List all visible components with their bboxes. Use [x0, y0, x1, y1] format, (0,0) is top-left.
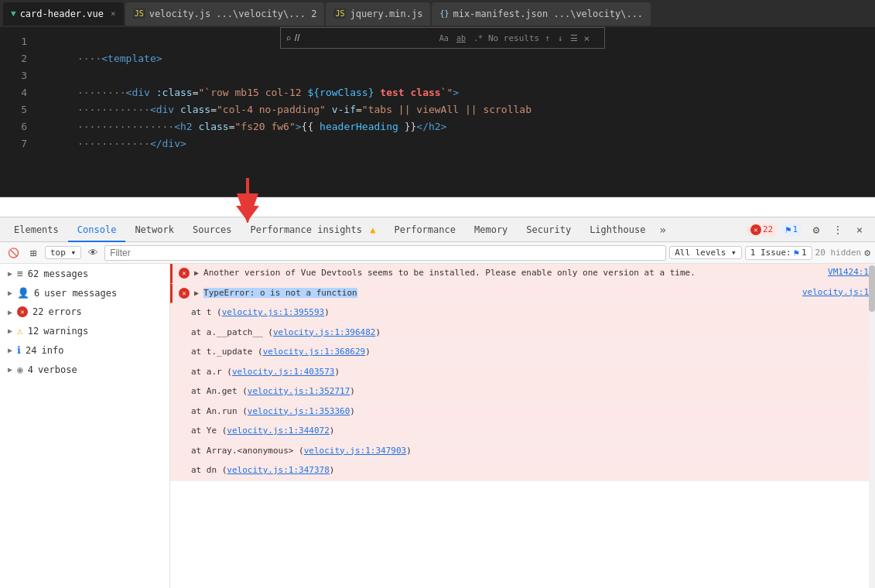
devtools-tab-bar: Elements Console Network Sources Perform…	[0, 217, 875, 242]
expand-msg-1[interactable]: ▶	[194, 268, 199, 277]
collapse-btn[interactable]: ⊞	[25, 244, 42, 262]
svg-marker-2	[236, 206, 259, 221]
sidebar-item-all-messages[interactable]: ▶ ≡ 62 messages	[0, 264, 169, 283]
scrollbar-track[interactable]	[869, 264, 875, 588]
console-toolbar: 🚫 ⊞ top ▾ 👁 All levels ▾ 1 Issue: ⚑ 1 20…	[0, 242, 875, 264]
user-messages-count: 6	[34, 288, 39, 299]
tab-network[interactable]: Network	[125, 217, 183, 242]
tab-velocity-js[interactable]: JS velocity.js ...\velocity\... 2	[125, 2, 325, 26]
tab-elements[interactable]: Elements	[5, 217, 68, 242]
stack-trace-6: at An.run (velocity.js:1:353360)	[170, 402, 875, 422]
warnings-label: warnings	[43, 326, 88, 337]
search-no-results: No results	[488, 33, 539, 43]
tab-memory[interactable]: Memory	[465, 217, 517, 242]
stack-link-3[interactable]: velocity.js:1:368629	[263, 347, 365, 357]
tab-security[interactable]: Security	[517, 217, 580, 242]
warnings-count: 12	[28, 326, 39, 337]
msg-file-1[interactable]: VM1424:1	[828, 267, 869, 277]
console-body: ▶ ≡ 62 messages ▶ 👤 6 user messages ▶ ✕ …	[0, 264, 875, 588]
error-badge[interactable]: ✕ 22	[746, 223, 778, 237]
stack-link-4[interactable]: velocity.js:1:403573	[232, 367, 334, 377]
match-whole-word-btn[interactable]: ab	[454, 33, 468, 43]
vue-icon: ▼	[11, 9, 16, 19]
stack-link-6[interactable]: velocity.js:1:353360	[248, 406, 350, 416]
scrollbar-thumb[interactable]	[869, 265, 875, 312]
toolbar-settings-btn[interactable]: ⚙	[864, 247, 870, 258]
search-input[interactable]	[295, 32, 434, 43]
expand-msg-2[interactable]: ▶	[194, 289, 199, 297]
sidebar-item-info[interactable]: ▶ ℹ 24 info	[0, 340, 169, 360]
tab-card-header-vue[interactable]: ▼ card-header.vue ×	[3, 2, 124, 26]
stack-link-2[interactable]: velocity.js:1:396482	[273, 327, 375, 337]
issue-count-badge[interactable]: ⚑ 1	[781, 223, 802, 237]
tab-performance[interactable]: Performance	[385, 217, 465, 242]
devtools-close-btn[interactable]: ×	[849, 219, 870, 241]
verbose-count: 4	[28, 364, 33, 375]
issue-badge-count: 1	[802, 248, 807, 258]
stack-text-5: at An.get (velocity.js:1:352717)	[191, 385, 869, 398]
tab-lighthouse[interactable]: Lighthouse	[580, 217, 655, 242]
code-content[interactable]: ····<template> ········<div :class="`row…	[35, 27, 875, 197]
json-icon: {}	[439, 9, 449, 18]
sidebar-item-errors[interactable]: ▶ ✕ 22 errors	[0, 303, 169, 321]
stack-text-4: at a.r (velocity.js:1:403573)	[191, 366, 869, 379]
stack-link-7[interactable]: velocity.js:1:344072	[227, 426, 329, 436]
tab-label-manifest: mix-manifest.json ...\velocity\...	[453, 9, 643, 19]
devtools-kebab-btn[interactable]: ⋮	[827, 219, 849, 241]
error-x-icon: ✕	[750, 224, 761, 235]
expand-icon-user: ▶	[8, 289, 12, 297]
tab-mix-manifest[interactable]: {} mix-manifest.json ...\velocity\...	[432, 2, 651, 26]
line-numbers: 1 2 3 4 5 6 7	[0, 27, 35, 197]
console-sidebar: ▶ ≡ 62 messages ▶ 👤 6 user messages ▶ ✕ …	[0, 264, 170, 588]
errors-label: errors	[48, 306, 81, 317]
tab-close-card-header[interactable]: ×	[111, 9, 116, 19]
all-levels-btn[interactable]: All levels ▾	[669, 246, 741, 259]
list-icon: ≡	[17, 268, 23, 279]
expand-icon-all: ▶	[8, 269, 12, 278]
msg-highlight-text: TypeError: o is not a function	[203, 288, 357, 298]
stack-link-1[interactable]: velocity.js:1:395593	[222, 307, 324, 317]
search-prev-btn[interactable]: ↑	[542, 32, 552, 44]
devtools-more-btn[interactable]: »	[655, 217, 670, 242]
devtools-settings-btn[interactable]: ⚙	[805, 219, 827, 241]
stack-trace-3: at t._update (velocity.js:1:368629)	[170, 343, 875, 363]
tab-console[interactable]: Console	[68, 217, 126, 242]
search-extra-btn[interactable]: ☰	[568, 32, 580, 44]
sidebar-item-verbose[interactable]: ▶ ◉ 4 verbose	[0, 360, 169, 379]
stack-trace-5: at An.get (velocity.js:1:352717)	[170, 382, 875, 402]
editor-area: 1 2 3 4 5 6 7 ····<template> ········<di…	[0, 27, 875, 197]
stack-text-7: at Ye (velocity.js:1:344072)	[191, 425, 869, 438]
stack-text-3: at t._update (velocity.js:1:368629)	[191, 346, 869, 359]
info-label: info	[41, 345, 63, 356]
clear-console-btn[interactable]: 🚫	[5, 244, 22, 262]
search-bar: ⌕ Aa ab .* No results ↑ ↓ ☰ ×	[280, 27, 605, 49]
msg-file-2[interactable]: velocity.js:1	[802, 287, 869, 297]
match-case-btn[interactable]: Aa	[437, 33, 451, 43]
use-regex-btn[interactable]: .*	[471, 33, 485, 43]
sidebar-item-warnings[interactable]: ▶ ⚠ 12 warnings	[0, 321, 169, 340]
sidebar-item-user-messages[interactable]: ▶ 👤 6 user messages	[0, 283, 169, 303]
stack-text-6: at An.run (velocity.js:1:353360)	[191, 405, 869, 419]
errors-count: 22	[32, 306, 43, 317]
messages-count: 62	[28, 268, 39, 279]
user-icon: 👤	[17, 287, 29, 299]
top-level-select[interactable]: top ▾	[45, 246, 81, 259]
search-close-btn[interactable]: ×	[583, 32, 590, 44]
js-icon-2: JS	[333, 9, 346, 19]
console-messages[interactable]: ✕ ▶ Another version of Vue Devtools seem…	[170, 264, 875, 588]
error-x-icon-sidebar: ✕	[17, 306, 28, 317]
search-next-btn[interactable]: ↓	[555, 32, 566, 44]
info-count: 24	[26, 345, 36, 356]
issue-badge: 1 Issue: ⚑ 1	[745, 246, 812, 260]
tab-bar: ▼ card-header.vue × JS velocity.js ...\v…	[0, 0, 875, 27]
stack-link-5[interactable]: velocity.js:1:352717	[248, 386, 350, 396]
filter-input[interactable]	[104, 245, 666, 261]
tab-label-card-header: card-header.vue	[20, 9, 104, 19]
expand-icon-info: ▶	[8, 346, 12, 354]
find-icon: ⌕	[285, 32, 292, 44]
eye-btn[interactable]: 👁	[84, 244, 101, 262]
tab-jquery[interactable]: JS jquery.min.js	[326, 2, 430, 26]
info-icon-sidebar: ℹ	[17, 344, 21, 356]
stack-link-8[interactable]: velocity.js:1:347903	[304, 446, 406, 456]
stack-link-9[interactable]: velocity.js:1:347378	[227, 465, 329, 475]
